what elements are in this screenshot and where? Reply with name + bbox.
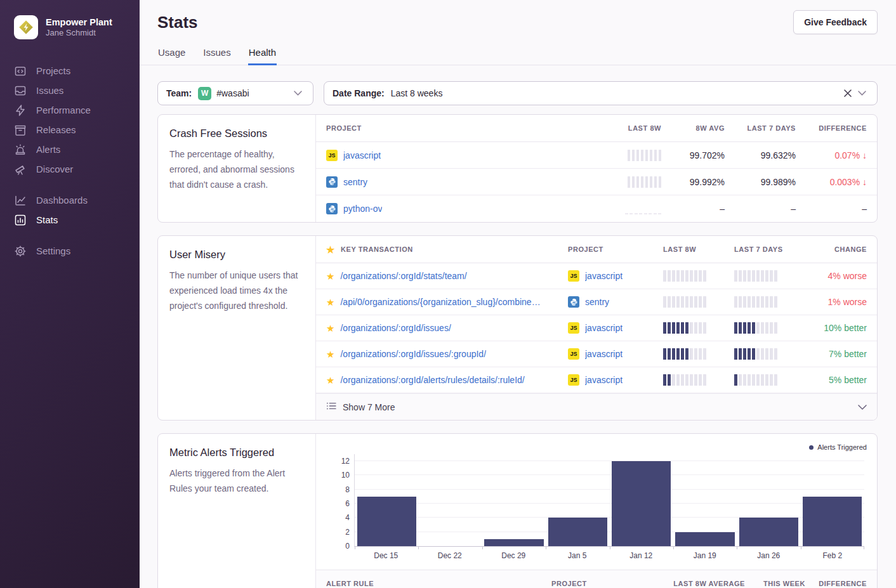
alerts-table-header: ALERT RULE PROJECT LAST 8W AVERAGE THIS … <box>316 570 877 588</box>
sparkline <box>663 270 734 282</box>
col-last8w: LAST 8W <box>663 245 734 253</box>
project-link[interactable]: python-ov <box>343 204 382 214</box>
key-transaction-star-icon[interactable]: ★ <box>326 271 334 281</box>
org-name: Empower Plant <box>46 16 112 28</box>
key-transaction-star-icon[interactable]: ★ <box>326 350 334 359</box>
give-feedback-button[interactable]: Give Feedback <box>793 10 878 34</box>
sparkline <box>663 374 734 386</box>
transaction-link[interactable]: /organizations/:orgId/alerts/rules/detai… <box>340 375 524 385</box>
crash-free-sessions-panel: Crash Free Sessions The percentage of he… <box>157 114 878 223</box>
col-last7days: LAST 7 DAYS <box>725 124 796 132</box>
difference-value: – <box>796 204 867 214</box>
sparkline <box>628 176 662 188</box>
javascript-platform-icon: JS <box>568 348 579 360</box>
sparkline <box>628 150 662 161</box>
panel-title: Metric Alerts Triggered <box>169 447 304 459</box>
panel-description: The number of unique users that experien… <box>169 268 304 313</box>
sparkline <box>625 203 662 214</box>
sidebar-item-label: Releases <box>36 124 76 135</box>
chevron-down-icon <box>858 402 867 412</box>
sidebar-item-alerts[interactable]: Alerts <box>14 140 140 159</box>
show-more-button[interactable]: Show 7 More <box>316 393 877 420</box>
table-row: sentry 99.992% 99.989% 0.003% ↓ <box>316 169 877 195</box>
avg-value: – <box>661 204 725 214</box>
sidebar-item-performance[interactable]: Performance <box>14 100 140 120</box>
change-value: 10% better <box>806 323 867 333</box>
main-area: Stats Give Feedback Usage Issues Health … <box>140 0 896 588</box>
list-icon <box>326 402 336 412</box>
table-row: ★ /organizations/:orgId/issues/:groupId/… <box>316 341 877 367</box>
project-link[interactable]: sentry <box>585 297 609 307</box>
difference-value: 0.07% ↓ <box>796 150 867 160</box>
legend-item-alerts-triggered[interactable]: Alerts Triggered <box>326 441 867 453</box>
sparkline <box>663 322 734 334</box>
sparkline <box>734 296 806 308</box>
user-name: Jane Schmidt <box>46 28 112 38</box>
change-value: 5% better <box>806 375 867 385</box>
col-project: PROJECT <box>326 124 572 132</box>
table-row: ★ /api/0/organizations/{organization_slu… <box>316 289 877 315</box>
avg-value: 99.992% <box>661 177 725 187</box>
sidebar-item-label: Projects <box>36 65 70 76</box>
sidebar-item-discover[interactable]: Discover <box>14 159 140 179</box>
sparkline <box>734 322 806 334</box>
table-row: JS javascript 99.702% 99.632% 0.07% ↓ <box>316 142 877 169</box>
sidebar-item-label: Settings <box>36 245 70 256</box>
panel-description: The percentage of healthy, errored, and … <box>169 147 304 192</box>
difference-value: 0.003% ↓ <box>796 177 867 187</box>
change-value: 4% worse <box>806 271 867 281</box>
date-range-value: Last 8 weeks <box>391 88 443 98</box>
team-filter-label: Team: <box>166 88 192 98</box>
key-transaction-star-icon[interactable]: ★ <box>326 323 334 333</box>
show-more-label: Show 7 More <box>343 402 395 412</box>
project-link[interactable]: javascript <box>343 150 381 160</box>
clear-date-icon[interactable] <box>841 86 855 100</box>
tab-health[interactable]: Health <box>248 47 277 65</box>
last7-value: 99.989% <box>725 177 796 187</box>
col-last7days: LAST 7 DAYS <box>734 245 806 253</box>
transaction-link[interactable]: /api/0/organizations/{organization_slug}… <box>340 297 540 307</box>
last7-value: – <box>725 204 796 214</box>
user-misery-panel: User Misery The number of unique users t… <box>157 235 878 421</box>
sparkline <box>663 296 734 308</box>
sidebar-item-projects[interactable]: Projects <box>14 61 140 81</box>
tab-issues[interactable]: Issues <box>202 47 231 65</box>
transaction-link[interactable]: /organizations/:orgId/issues/ <box>340 323 451 333</box>
javascript-platform-icon: JS <box>568 270 579 282</box>
sidebar-item-dashboards[interactable]: Dashboards <box>14 190 140 210</box>
chevron-down-icon[interactable] <box>855 86 869 100</box>
project-link[interactable]: sentry <box>343 177 367 187</box>
sidebar: Empower Plant Jane Schmidt Projects Issu… <box>0 0 140 588</box>
key-transaction-star-icon[interactable]: ★ <box>326 297 334 307</box>
col-last8w: LAST 8W <box>572 124 661 132</box>
sidebar-item-label: Issues <box>36 85 63 96</box>
sidebar-item-issues[interactable]: Issues <box>14 81 140 100</box>
tab-usage[interactable]: Usage <box>157 47 186 65</box>
python-platform-icon <box>568 296 579 308</box>
sidebar-item-releases[interactable]: Releases <box>14 120 140 140</box>
python-platform-icon <box>326 203 338 214</box>
project-link[interactable]: javascript <box>585 271 623 281</box>
sidebar-item-label: Alerts <box>36 144 60 155</box>
transaction-link[interactable]: /organizations/:orgId/issues/:groupId/ <box>340 349 486 359</box>
javascript-platform-icon: JS <box>568 322 579 334</box>
project-link[interactable]: javascript <box>585 349 623 359</box>
python-platform-icon <box>326 176 338 188</box>
transaction-link[interactable]: /organizations/:orgId/stats/team/ <box>340 271 466 281</box>
project-link[interactable]: javascript <box>585 375 623 385</box>
chevron-down-icon[interactable] <box>291 86 305 100</box>
empower-plant-logo-icon <box>18 19 34 36</box>
key-transaction-star-icon[interactable]: ★ <box>326 376 334 385</box>
date-range-filter[interactable]: Date Range: Last 8 weeks <box>324 81 878 105</box>
team-filter[interactable]: Team: W #wasabi <box>157 81 313 105</box>
project-link[interactable]: javascript <box>585 323 623 333</box>
sidebar-item-stats[interactable]: Stats <box>14 210 140 230</box>
alerts-icon <box>14 143 27 156</box>
sidebar-item-settings[interactable]: Settings <box>14 241 140 261</box>
discover-icon <box>14 163 27 176</box>
col-last8w-average: LAST 8W AVERAGE <box>672 580 745 587</box>
org-switcher[interactable]: Empower Plant Jane Schmidt <box>14 15 140 39</box>
sparkline <box>734 270 806 282</box>
chart-plot: 024681012 <box>354 454 864 547</box>
team-filter-value: #wasabi <box>216 88 249 98</box>
